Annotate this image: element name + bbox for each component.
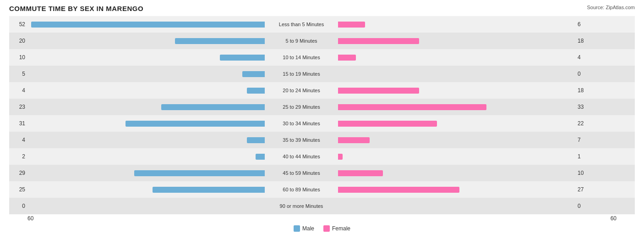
female-bar [338, 187, 459, 193]
female-bar [338, 154, 343, 160]
female-value: 27 [576, 186, 594, 193]
female-value: 7 [576, 137, 594, 143]
chart-row: 23 25 to 29 Minutes 33 [9, 99, 635, 115]
chart-area: 52 Less than 5 Minutes 6 20 5 to 9 Minut… [9, 16, 635, 214]
male-value: 4 [9, 87, 27, 94]
chart-header: COMMUTE TIME BY SEX IN MARENGO Source: Z… [9, 5, 635, 12]
right-bars [338, 198, 576, 214]
left-bars [27, 148, 265, 165]
row-label: 60 to 89 Minutes [265, 187, 338, 192]
row-label: 40 to 44 Minutes [265, 154, 338, 159]
female-value: 0 [576, 203, 594, 209]
chart-row: 0 90 or more Minutes 0 [9, 198, 635, 214]
row-label: 90 or more Minutes [265, 203, 338, 209]
right-bars [338, 165, 576, 181]
female-value: 0 [576, 71, 594, 77]
row-label: 15 to 19 Minutes [265, 71, 338, 77]
left-bars [27, 165, 265, 181]
female-value: 4 [576, 54, 594, 61]
male-value: 0 [9, 203, 27, 209]
male-bar [161, 104, 265, 110]
right-bars [338, 115, 576, 132]
left-bars [27, 115, 265, 132]
right-bars [338, 148, 576, 165]
female-bar [338, 88, 419, 94]
male-value: 2 [9, 153, 27, 160]
male-bar [247, 137, 265, 143]
chart-row: 31 30 to 34 Minutes 22 [9, 115, 635, 132]
female-value: 18 [576, 87, 594, 94]
row-label: 20 to 24 Minutes [265, 88, 338, 93]
male-value: 25 [9, 186, 27, 193]
row-label: 25 to 29 Minutes [265, 104, 338, 110]
chart-row: 4 35 to 39 Minutes 7 [9, 132, 635, 148]
female-value: 22 [576, 120, 594, 127]
female-bar [338, 137, 370, 143]
chart-title: COMMUTE TIME BY SEX IN MARENGO [9, 5, 143, 12]
left-bars [27, 82, 265, 99]
female-legend-box [323, 225, 330, 232]
female-bar [338, 104, 486, 110]
male-bar [134, 170, 265, 176]
axis-right-label: 60 [611, 215, 617, 222]
male-bar [256, 154, 265, 160]
female-bar [338, 22, 365, 28]
right-bars [338, 49, 576, 66]
male-value: 5 [9, 71, 27, 77]
male-value: 52 [9, 21, 27, 28]
female-value: 1 [576, 153, 594, 160]
left-bars [27, 16, 265, 33]
row-label: 45 to 59 Minutes [265, 170, 338, 176]
female-bar [338, 38, 419, 44]
chart-row: 2 40 to 44 Minutes 1 [9, 148, 635, 165]
left-bars [27, 49, 265, 66]
male-value: 20 [9, 38, 27, 44]
chart-row: 5 15 to 19 Minutes 0 [9, 66, 635, 82]
left-bars [27, 198, 265, 214]
legend-male: Male [294, 225, 314, 232]
male-bar [126, 121, 265, 127]
male-bar [247, 88, 265, 94]
male-bar [220, 55, 265, 61]
row-label: Less than 5 Minutes [265, 22, 338, 27]
female-value: 6 [576, 21, 594, 28]
female-value: 18 [576, 38, 594, 44]
axis-left-label: 60 [27, 215, 33, 222]
left-bars [27, 181, 265, 198]
female-legend-label: Female [332, 225, 350, 232]
female-value: 33 [576, 104, 594, 110]
chart-row: 29 45 to 59 Minutes 10 [9, 165, 635, 181]
legend-female: Female [323, 225, 350, 232]
male-bar [153, 187, 265, 193]
chart-row: 10 10 to 14 Minutes 4 [9, 49, 635, 66]
left-bars [27, 66, 265, 82]
right-bars [338, 181, 576, 198]
male-bar [175, 38, 265, 44]
male-value: 29 [9, 170, 27, 176]
male-legend-label: Male [302, 225, 314, 232]
female-bar [338, 55, 356, 61]
left-bars [27, 132, 265, 148]
right-bars [338, 16, 576, 33]
source-text: Source: ZipAtlas.com [587, 5, 635, 10]
row-label: 10 to 14 Minutes [265, 55, 338, 60]
male-bar [31, 22, 265, 28]
male-value: 23 [9, 104, 27, 110]
chart-row: 4 20 to 24 Minutes 18 [9, 82, 635, 99]
right-bars [338, 132, 576, 148]
right-bars [338, 82, 576, 99]
left-bars [27, 33, 265, 49]
male-bar [242, 71, 265, 77]
chart-row: 20 5 to 9 Minutes 18 [9, 33, 635, 49]
chart-legend: Male Female [9, 225, 635, 232]
chart-row: 52 Less than 5 Minutes 6 [9, 16, 635, 33]
row-label: 5 to 9 Minutes [265, 38, 338, 44]
female-value: 10 [576, 170, 594, 176]
right-bars [338, 99, 576, 115]
male-value: 31 [9, 120, 27, 127]
male-value: 4 [9, 137, 27, 143]
left-bars [27, 99, 265, 115]
chart-row: 25 60 to 89 Minutes 27 [9, 181, 635, 198]
female-bar [338, 170, 383, 176]
right-bars [338, 33, 576, 49]
